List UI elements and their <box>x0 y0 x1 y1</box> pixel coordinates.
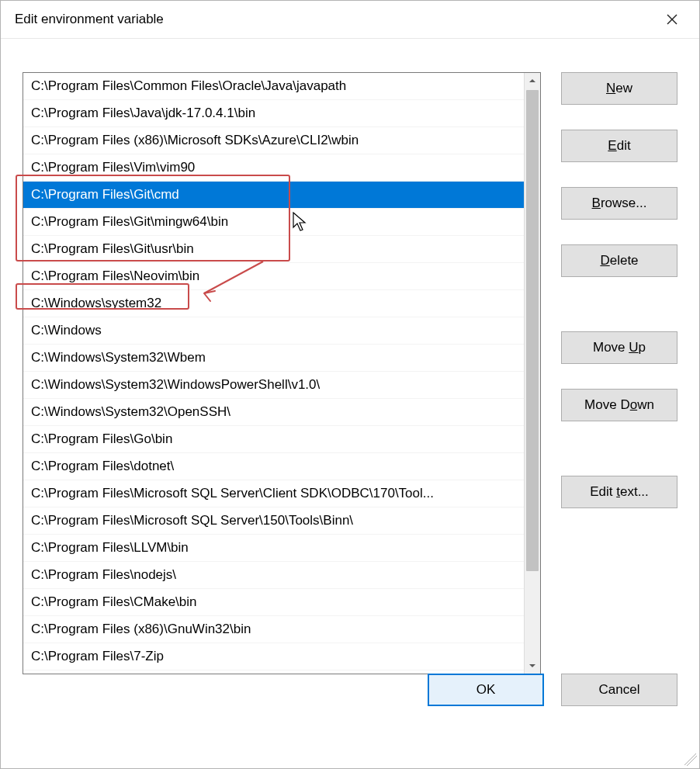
edit-text-button[interactable]: Edit text... <box>561 476 677 508</box>
path-list-item[interactable]: C:\Program Files\LLVM\bin <box>23 535 524 562</box>
resize-grip[interactable] <box>684 753 697 766</box>
dialog-window: Edit environment variable C:\Program Fil… <box>0 0 700 769</box>
scroll-up-button[interactable] <box>525 73 540 88</box>
vertical-scrollbar[interactable] <box>524 73 540 674</box>
dialog-bottom-buttons: OK Cancel <box>428 674 677 706</box>
path-list-item[interactable]: C:\Program Files\Git\usr\bin <box>23 236 524 263</box>
titlebar: Edit environment variable <box>1 1 699 39</box>
browse-button[interactable]: Browse... <box>561 187 677 220</box>
chevron-up-icon <box>528 77 536 85</box>
window-title: Edit environment variable <box>15 12 164 27</box>
path-list-item[interactable]: C:\Program Files\7-Zip <box>23 643 524 670</box>
path-list-item[interactable]: C:\Program Files\Git\cmd <box>23 182 524 209</box>
new-button[interactable]: New <box>561 72 677 105</box>
chevron-down-icon <box>528 662 536 670</box>
path-list-item[interactable]: C:\Program Files\nodejs\ <box>23 562 524 589</box>
path-list-item[interactable]: C:\Program Files\Microsoft SQL Server\Cl… <box>23 480 524 507</box>
cancel-button[interactable]: Cancel <box>561 674 677 706</box>
path-list-item[interactable]: C:\Windows\system32 <box>23 290 524 317</box>
close-button[interactable] <box>654 4 690 35</box>
scroll-down-button[interactable] <box>525 658 540 674</box>
ok-button[interactable]: OK <box>428 674 544 706</box>
edit-button[interactable]: Edit <box>561 130 677 162</box>
path-list-item[interactable]: C:\Windows\System32\WindowsPowerShell\v1… <box>23 372 524 399</box>
path-list-item[interactable]: C:\Program Files\dotnet\ <box>23 453 524 480</box>
path-list-item[interactable]: C:\Program Files\Go\bin <box>23 426 524 453</box>
path-list-item[interactable]: C:\Program Files\Common Files\Oracle\Jav… <box>23 73 524 100</box>
path-list-item[interactable]: C:\Program Files\CMake\bin <box>23 589 524 616</box>
dialog-content: C:\Program Files\Common Files\Oracle\Jav… <box>23 72 677 739</box>
path-list[interactable]: C:\Program Files\Common Files\Oracle\Jav… <box>23 72 541 674</box>
path-list-item[interactable]: C:\Program Files\Neovim\bin <box>23 263 524 290</box>
path-list-item[interactable]: C:\Program Files\Git\mingw64\bin <box>23 209 524 236</box>
scroll-thumb[interactable] <box>526 90 539 571</box>
path-list-item[interactable]: C:\Program Files (x86)\Windows Kits\10\W… <box>23 670 524 674</box>
path-list-item[interactable]: C:\Program Files\Vim\vim90 <box>23 154 524 182</box>
delete-button[interactable]: Delete <box>561 244 677 277</box>
path-list-item[interactable]: C:\Program Files (x86)\GnuWin32\bin <box>23 616 524 643</box>
path-list-item[interactable]: C:\Windows\System32\Wbem <box>23 345 524 372</box>
path-list-viewport: C:\Program Files\Common Files\Oracle\Jav… <box>23 73 524 674</box>
path-list-item[interactable]: C:\Program Files (x86)\Microsoft SDKs\Az… <box>23 127 524 154</box>
path-list-item[interactable]: C:\Windows\System32\OpenSSH\ <box>23 399 524 426</box>
move-up-button[interactable]: Move Up <box>561 331 677 364</box>
move-down-button[interactable]: Move Down <box>561 389 677 421</box>
path-list-item[interactable]: C:\Windows <box>23 317 524 345</box>
path-list-item[interactable]: C:\Program Files\Java\jdk-17.0.4.1\bin <box>23 100 524 127</box>
close-icon <box>667 14 677 25</box>
action-button-column: New Edit Browse... Delete Move Up Move D… <box>561 72 677 508</box>
path-list-item[interactable]: C:\Program Files\Microsoft SQL Server\15… <box>23 507 524 535</box>
